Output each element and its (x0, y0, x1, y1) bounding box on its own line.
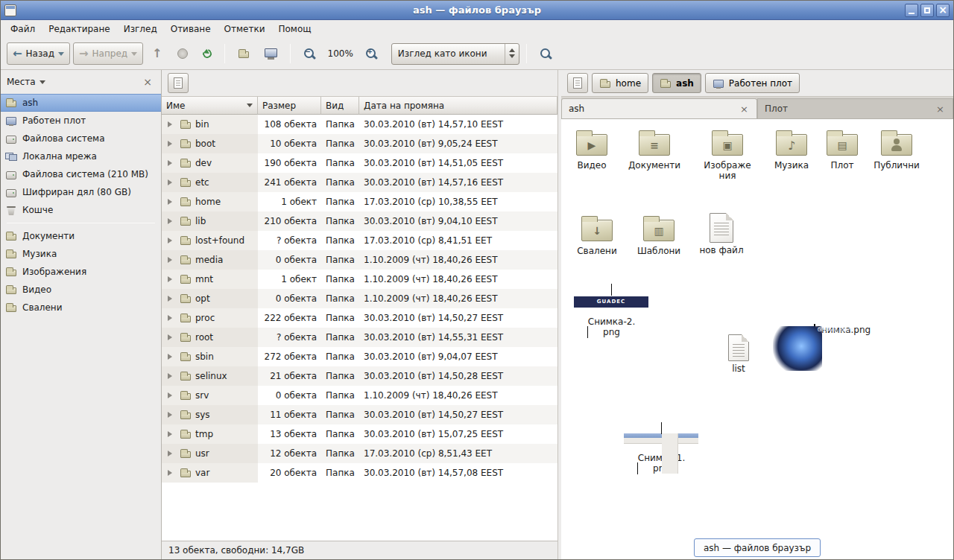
file-row[interactable]: bin 108 обекта Папка 30.03.2010 (вт) 14,… (162, 115, 557, 134)
file-row[interactable]: mnt 1 обект Папка 1.10.2009 (чт) 18,40,2… (162, 270, 557, 289)
path-root-button[interactable] (567, 73, 588, 93)
expander-icon[interactable] (168, 354, 175, 360)
menu-item[interactable]: Отиване (164, 22, 218, 36)
expander-icon[interactable] (168, 160, 175, 166)
expander-icon[interactable] (168, 315, 175, 321)
back-dropdown-icon[interactable] (58, 52, 64, 59)
file-row[interactable]: boot 10 обекта Папка 30.03.2010 (вт) 9,0… (162, 134, 557, 153)
file-item-list[interactable]: list (709, 334, 768, 374)
file-row[interactable]: dev 190 обекта Папка 30.03.2010 (вт) 14,… (162, 153, 557, 173)
file-row[interactable]: proc 222 обекта Папка 30.03.2010 (вт) 14… (162, 308, 557, 328)
image-item-shot[interactable]: GNOME Store Снимка.png (805, 322, 879, 335)
path-button[interactable]: Работен плот (705, 73, 800, 93)
expander-icon[interactable] (168, 276, 175, 282)
sidebar-item[interactable]: Работен плот (1, 112, 161, 130)
tab[interactable]: ash (561, 98, 757, 118)
close-button[interactable] (936, 4, 950, 17)
path-button[interactable]: ash (652, 73, 701, 93)
folder-item-video[interactable]: Видео (562, 127, 622, 171)
expander-icon[interactable] (168, 238, 175, 244)
sidebar-item[interactable]: Файлова система (1, 130, 161, 147)
expander-icon[interactable] (168, 431, 175, 437)
expander-icon[interactable] (168, 451, 175, 456)
folder-item-templates[interactable]: Шаблони (629, 212, 689, 256)
expander-icon[interactable] (168, 296, 175, 302)
zoom-in-button[interactable]: + (359, 42, 384, 65)
file-row[interactable]: selinux 21 обекта Папка 30.03.2010 (вт) … (162, 366, 557, 386)
column-header-type[interactable]: Вид (321, 97, 359, 115)
expander-icon[interactable] (168, 373, 175, 379)
tab[interactable]: Плот (757, 98, 953, 118)
view-mode-select[interactable]: Изглед като икони (391, 43, 519, 65)
reload-button[interactable] (197, 42, 218, 65)
sidebar-item[interactable]: Кошче (1, 201, 161, 219)
image-item-shot1[interactable]: Снимка-1.png (624, 423, 698, 474)
expander-icon[interactable] (168, 470, 175, 476)
back-button[interactable]: ← Назад (7, 42, 70, 65)
folder-item-images[interactable]: Изображения (698, 127, 757, 182)
expander-icon[interactable] (168, 141, 175, 147)
file-row[interactable]: sys 11 обекта Папка 30.03.2010 (вт) 14,5… (162, 405, 557, 424)
sidebar-item[interactable]: Шифриран дял (80 GB) (1, 183, 161, 201)
minimize-button[interactable] (905, 4, 918, 17)
file-row[interactable]: etc 241 обекта Папка 30.03.2010 (вт) 14,… (162, 173, 557, 192)
menu-item[interactable]: Отметки (218, 22, 272, 36)
computer-button[interactable] (259, 42, 283, 65)
forward-button[interactable]: → Напред (73, 42, 143, 65)
menu-item[interactable]: Файл (4, 22, 42, 36)
sidebar-item[interactable]: Файлова система (210 MB) (1, 165, 161, 183)
expander-icon[interactable] (168, 121, 175, 127)
expander-icon[interactable] (168, 179, 175, 185)
expander-icon[interactable] (168, 218, 175, 224)
file-row[interactable]: tmp 13 обекта Папка 30.03.2010 (вт) 15,0… (162, 424, 557, 444)
file-row[interactable]: opt 0 обекта Папка 1.10.2009 (чт) 18,40,… (162, 289, 557, 308)
expander-icon[interactable] (168, 199, 175, 205)
sidebar-item[interactable]: Свалени (1, 299, 161, 316)
sidebar-item[interactable]: Видео (1, 281, 161, 299)
sidebar-title[interactable]: Места (7, 77, 36, 87)
column-header-size[interactable]: Размер (258, 97, 321, 115)
sidebar-item[interactable]: ash (1, 94, 161, 112)
file-row[interactable]: var 20 обекта Папка 30.03.2010 (вт) 14,5… (162, 463, 557, 483)
file-row[interactable]: root ? обекта Папка 30.03.2010 (вт) 14,5… (162, 328, 557, 347)
combo-spinner-icon[interactable] (505, 44, 519, 64)
menu-item[interactable]: Помощ (272, 22, 318, 36)
file-row[interactable]: media 0 обекта Папка 1.10.2009 (чт) 18,4… (162, 250, 557, 270)
file-row[interactable]: lost+found ? обекта Папка 17.03.2010 (ср… (162, 231, 557, 250)
menu-item[interactable]: Изглед (117, 22, 164, 36)
sidebar-close-icon[interactable] (140, 76, 155, 88)
column-header-date[interactable]: Дата на промяна (359, 97, 557, 115)
folder-item-documents[interactable]: Документи (625, 127, 684, 171)
menu-item[interactable]: Редактиране (42, 22, 117, 36)
folder-item-public[interactable]: Публични (867, 127, 926, 171)
taskbar-window-label[interactable]: ash — файлов браузър (694, 538, 821, 557)
file-row[interactable]: srv 0 обекта Папка 1.10.2009 (чт) 18,40,… (162, 386, 557, 405)
expander-icon[interactable] (168, 257, 175, 263)
stop-button[interactable] (171, 42, 194, 65)
folder-item-downloads[interactable]: Свалени (567, 212, 627, 256)
icon-view[interactable]: Видео Документи Изображения Музика Плот (561, 119, 953, 559)
sidebar-item[interactable]: Изображения (1, 263, 161, 281)
file-row[interactable]: sbin 272 обекта Папка 30.03.2010 (вт) 9,… (162, 347, 557, 366)
sidebar-item[interactable]: Музика (1, 245, 161, 263)
expander-icon[interactable] (168, 412, 175, 418)
path-button[interactable]: home (592, 73, 648, 93)
search-button[interactable] (534, 42, 558, 65)
file-row[interactable]: lib 210 обекта Папка 30.03.2010 (вт) 9,0… (162, 211, 557, 231)
zoom-out-button[interactable]: − (297, 42, 322, 65)
titlebar[interactable]: ash — файлов браузър (1, 1, 953, 20)
file-row[interactable]: home 1 обект Папка 17.03.2010 (ср) 10,38… (162, 192, 557, 211)
expander-icon[interactable] (168, 392, 175, 398)
maximize-button[interactable] (920, 4, 934, 17)
folder-item-desktop[interactable]: Плот (812, 127, 872, 171)
file-item-newfile[interactable]: нов файл (692, 213, 751, 255)
home-folder-button[interactable] (232, 42, 256, 65)
tab-close-icon[interactable] (935, 104, 946, 114)
expander-icon[interactable] (168, 334, 175, 340)
column-header-name[interactable]: Име (162, 97, 258, 115)
sidebar-title-dropdown-icon[interactable] (40, 80, 45, 87)
tab-close-icon[interactable] (739, 104, 750, 114)
sidebar-item[interactable]: Документи (1, 227, 161, 245)
up-button[interactable]: ↑ (146, 42, 168, 65)
pane-location-button[interactable] (168, 73, 189, 93)
